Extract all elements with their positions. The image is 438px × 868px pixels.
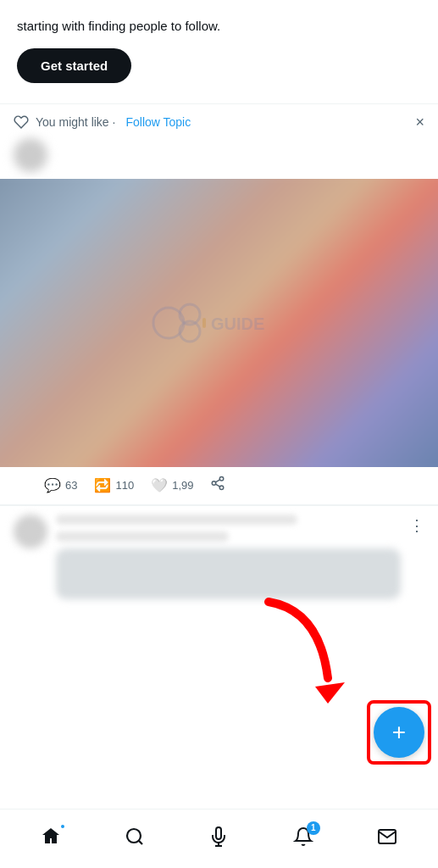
notification-badge: 1 <box>307 821 320 835</box>
compose-button[interactable]: + <box>374 707 424 758</box>
like-stat[interactable]: 🤍 1,99 <box>151 477 193 493</box>
like-icon: 🤍 <box>151 477 168 493</box>
svg-line-12 <box>139 840 142 843</box>
card-section: You might like · Follow Topic × GUIDE 💬 … <box>0 104 438 505</box>
svg-point-11 <box>127 829 141 843</box>
search-icon <box>125 826 145 852</box>
svg-rect-3 <box>202 318 206 328</box>
comment-stat[interactable]: 💬 63 <box>44 477 77 493</box>
post-image: GUIDE <box>0 179 438 467</box>
get-started-button[interactable]: Get started <box>17 48 131 83</box>
home-dot <box>59 823 66 830</box>
comment-icon: 💬 <box>44 477 61 493</box>
card-avatar-row <box>0 138 438 179</box>
more-options-button[interactable]: ⋮ <box>409 516 424 535</box>
fab-container: + <box>374 707 424 758</box>
nav-spaces[interactable] <box>195 820 242 859</box>
nav-home[interactable] <box>27 820 75 859</box>
top-description: starting with finding people to follow. <box>17 17 421 35</box>
nav-notifications[interactable]: 1 <box>280 820 327 859</box>
comment-count: 63 <box>65 479 77 492</box>
close-button[interactable]: × <box>415 114 424 130</box>
svg-marker-10 <box>315 682 345 704</box>
svg-text:GUIDE: GUIDE <box>211 314 264 333</box>
like-count: 1,99 <box>172 479 193 492</box>
share-stat[interactable] <box>210 476 225 494</box>
second-post: ⋮ <box>0 505 438 608</box>
red-arrow <box>252 593 353 715</box>
spaces-icon <box>208 826 229 852</box>
card-header-left: You might like · Follow Topic <box>14 114 191 130</box>
svg-line-9 <box>216 480 220 482</box>
svg-line-8 <box>216 484 220 487</box>
watermark: GUIDE <box>152 298 287 348</box>
retweet-stat[interactable]: 🔁 110 <box>94 477 134 493</box>
retweet-icon: 🔁 <box>94 477 111 493</box>
second-post-avatar <box>14 515 47 548</box>
topic-icon <box>14 114 29 130</box>
you-might-like-text: You might like · <box>36 115 115 129</box>
share-icon <box>210 476 225 494</box>
top-section: starting with finding people to follow. … <box>0 0 438 104</box>
retweet-count: 110 <box>115 479 134 492</box>
nav-search[interactable] <box>111 820 158 859</box>
text-line-1 <box>56 515 297 525</box>
second-post-image-preview <box>56 548 401 599</box>
home-icon <box>41 826 61 852</box>
messages-icon <box>377 826 397 852</box>
follow-topic-link[interactable]: Follow Topic <box>125 115 191 129</box>
text-line-2 <box>56 531 229 542</box>
stats-row: 💬 63 🔁 110 🤍 1,99 <box>0 467 438 504</box>
card-header: You might like · Follow Topic × <box>0 104 438 138</box>
second-post-content <box>56 515 401 599</box>
avatar <box>14 138 47 172</box>
nav-messages[interactable] <box>363 820 411 859</box>
bottom-nav: 1 <box>0 809 438 868</box>
